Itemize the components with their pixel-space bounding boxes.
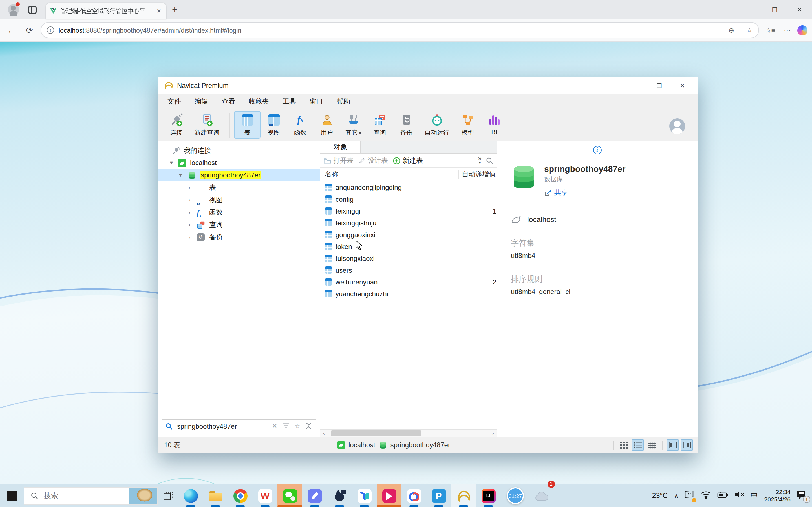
taskbar-wechat[interactable]	[277, 485, 302, 507]
design-table-button[interactable]: 设计表	[359, 156, 388, 165]
bing-daily-image[interactable]	[129, 487, 157, 504]
table-row[interactable]: config	[320, 193, 497, 205]
tree-item-queries[interactable]: › 查询	[158, 219, 320, 231]
toolbar-query-button[interactable]: 查询	[366, 111, 393, 138]
tab-objects[interactable]: 对象	[320, 142, 361, 153]
browser-close-button[interactable]: ✕	[787, 6, 812, 13]
taskbar-intellij-idea[interactable]	[476, 485, 501, 507]
settings-more-icon[interactable]: ⋯	[780, 26, 794, 34]
cast-icon[interactable]	[685, 490, 695, 501]
toolbar-other-button[interactable]: 其它▾	[340, 111, 366, 138]
toolbar-connection-button[interactable]: 连接	[163, 111, 190, 138]
copilot-icon[interactable]	[797, 25, 808, 35]
url-text[interactable]: localhost:8080/springboothoy487er/admin/…	[59, 27, 720, 34]
taskbar-navicat[interactable]	[451, 485, 476, 507]
tree-item-tables[interactable]: › 表	[158, 181, 320, 194]
tree-filter-box[interactable]: ✕ ☆	[162, 419, 316, 433]
navicat-maximize-button[interactable]: ☐	[650, 82, 669, 89]
clock-date[interactable]: 22:34 2025/4/26	[764, 489, 791, 503]
menu-favorites[interactable]: 收藏夹	[249, 97, 269, 106]
scroll-right-arrow[interactable]: ›	[490, 431, 497, 436]
navicat-close-button[interactable]: ✕	[673, 82, 692, 89]
address-bar[interactable]: i localhost:8080/springboothoy487er/admi…	[41, 22, 759, 38]
toolbar-model-button[interactable]: 模型	[455, 111, 481, 138]
tree-item-localhost[interactable]: ▼ localhost	[158, 157, 320, 169]
other-dropdown-caret[interactable]: ▾	[359, 131, 361, 136]
navicat-account-avatar[interactable]	[669, 118, 685, 134]
taskbar-clock-widget[interactable]: 01:27	[501, 485, 530, 507]
favorites-icon[interactable]: ☆≡	[763, 26, 777, 34]
new-tab-button[interactable]: +	[172, 4, 177, 15]
bookmark-star-icon[interactable]: ☆	[743, 26, 756, 34]
chevron-collapsed-icon[interactable]: ›	[187, 210, 192, 215]
taskbar-file-explorer[interactable]	[203, 485, 228, 507]
scroll-left-arrow[interactable]: ‹	[320, 431, 327, 436]
refresh-button[interactable]: ⟳	[22, 25, 36, 35]
start-button[interactable]	[0, 491, 24, 501]
grid-view-button[interactable]	[617, 439, 630, 451]
new-table-button[interactable]: 新建表	[393, 156, 423, 165]
menu-view[interactable]: 查看	[221, 97, 235, 106]
taskbar-p-app[interactable]: P	[426, 485, 451, 507]
menu-window[interactable]: 窗口	[310, 97, 323, 106]
table-row[interactable]: weihurenyuan2	[320, 276, 497, 288]
taskbar-chrome[interactable]	[228, 485, 253, 507]
table-row[interactable]: feixingqishuju	[320, 217, 497, 229]
zoom-out-icon[interactable]: ⊖	[725, 26, 738, 34]
navicat-minimize-button[interactable]: —	[626, 82, 646, 89]
volume-muted-icon[interactable]	[735, 491, 745, 501]
toggle-left-panel-button[interactable]	[666, 439, 679, 451]
breadcrumb-connection[interactable]: localhost	[337, 441, 375, 449]
info-icon[interactable]: i	[593, 146, 601, 154]
tab-close-icon[interactable]: ✕	[155, 8, 162, 14]
menu-tools[interactable]: 工具	[283, 97, 296, 106]
browser-restore-button[interactable]: ❐	[762, 6, 787, 13]
tree-item-functions[interactable]: › fx 函数	[158, 206, 320, 219]
chevron-collapsed-icon[interactable]: ›	[187, 222, 192, 228]
taskbar-weather-cloud[interactable]: 1	[531, 485, 552, 507]
workspaces-icon[interactable]	[28, 5, 37, 14]
clear-filter-icon[interactable]: ✕	[271, 422, 278, 430]
site-info-icon[interactable]: i	[47, 26, 54, 34]
taskbar-baidu-netdisk[interactable]	[402, 485, 426, 507]
breadcrumb-database[interactable]: springboothoy487er	[379, 441, 450, 449]
overflow-menu-button[interactable]: » ▾	[478, 157, 481, 165]
objects-column-header[interactable]: 名称 自动递增值	[320, 168, 497, 181]
column-auto-increment[interactable]: 自动递增值	[458, 170, 497, 179]
taskbar-wps[interactable]: W	[253, 485, 277, 507]
search-objects-icon[interactable]	[486, 157, 493, 164]
chevron-collapsed-icon[interactable]: ›	[187, 197, 192, 203]
horizontal-scrollbar[interactable]: ‹ ›	[320, 429, 497, 437]
share-link[interactable]: 共享	[544, 188, 625, 198]
menu-help[interactable]: 帮助	[337, 97, 350, 106]
table-row[interactable]: yuanchengchuzhi	[320, 288, 497, 300]
menu-file[interactable]: 文件	[167, 97, 181, 106]
show-desktop-button[interactable]	[811, 485, 812, 507]
chevron-collapsed-icon[interactable]: ›	[187, 185, 192, 190]
battery-icon[interactable]	[718, 491, 729, 501]
notification-center-icon[interactable]: 1	[797, 490, 806, 501]
taskbar-t-app[interactable]	[352, 485, 377, 507]
toolbar-bi-button[interactable]: BI	[481, 111, 507, 137]
scrollbar-thumb[interactable]	[331, 431, 421, 436]
table-row[interactable]: token	[320, 240, 497, 252]
detail-view-button[interactable]	[646, 439, 658, 451]
navicat-title-bar[interactable]: Navicat Premium — ☐ ✕	[158, 77, 698, 94]
toolbar-new-query-button[interactable]: 新建查询	[190, 111, 224, 138]
toolbar-automation-button[interactable]: 自动运行	[419, 111, 455, 138]
ime-indicator[interactable]: 中	[751, 491, 758, 501]
scrollbar-track[interactable]	[327, 430, 490, 437]
table-row[interactable]: feixingqi1	[320, 205, 497, 217]
temperature[interactable]: 23°C	[652, 492, 668, 500]
hidden-icons-chevron[interactable]: ∧	[674, 492, 678, 499]
list-view-button[interactable]	[631, 439, 644, 451]
wifi-icon[interactable]	[701, 491, 711, 501]
chevron-expanded-icon[interactable]: ▼	[168, 160, 174, 166]
column-name[interactable]: 名称	[320, 170, 458, 179]
tree-filter-input[interactable]	[176, 421, 267, 431]
browser-tab[interactable]: 管理端-低空空域飞行管控中心平 ✕	[46, 3, 166, 19]
toggle-right-panel-button[interactable]	[680, 439, 693, 451]
chevron-expanded-icon[interactable]: ▼	[177, 172, 183, 178]
taskbar-search-box[interactable]	[24, 487, 158, 504]
toolbar-function-button[interactable]: fx 函数	[287, 111, 313, 138]
